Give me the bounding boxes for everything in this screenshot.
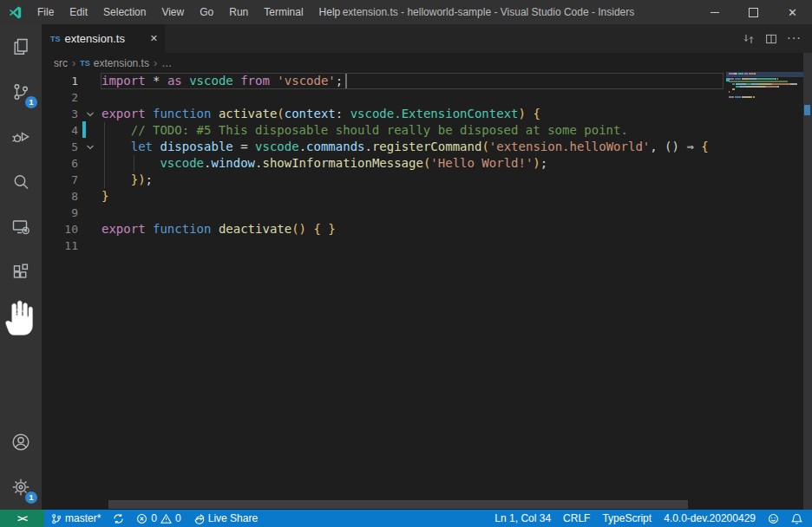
- activity-item-accounts[interactable]: [0, 420, 42, 465]
- status-eol-indicator[interactable]: CRLF: [557, 510, 596, 527]
- vertical-scrollbar[interactable]: [803, 53, 812, 510]
- vscode-window: FileEditSelectionViewGoRunTerminalHelp e…: [0, 0, 812, 527]
- activity-item-search[interactable]: [0, 159, 42, 205]
- code-text: }: [102, 188, 812, 205]
- activity-bar: 11: [0, 24, 42, 510]
- line-number: 8: [42, 188, 78, 205]
- minimap-line: [753, 96, 756, 98]
- line-number: 7: [42, 172, 78, 188]
- tab-strip: TS extension.ts ✕ ···: [42, 24, 812, 53]
- open-changes-icon[interactable]: [742, 32, 756, 46]
- minimap-line: [777, 78, 778, 80]
- extensions-icon: [10, 262, 31, 283]
- minimap[interactable]: [726, 73, 803, 510]
- line-number: 11: [42, 237, 78, 254]
- window-title: extension.ts - helloworld-sample - Visua…: [286, 6, 691, 18]
- activity-item-explorer[interactable]: [0, 24, 42, 69]
- typescript-file-icon: TS: [50, 35, 61, 43]
- fold-chevron-icon[interactable]: [78, 106, 102, 122]
- maximize-icon: [749, 8, 758, 17]
- breadcrumb-separator-icon: ›: [70, 56, 77, 69]
- sync-icon: [113, 513, 124, 524]
- share-icon: [193, 513, 205, 524]
- code-line-9: 9: [42, 205, 812, 221]
- status-text: 0: [175, 512, 181, 524]
- minimap-line: [744, 73, 748, 75]
- status-language-mode[interactable]: TypeScript: [596, 510, 658, 527]
- menu-go[interactable]: Go: [192, 0, 221, 24]
- status-live-share-status[interactable]: Live Share: [187, 510, 264, 527]
- close-button[interactable]: ✕: [773, 0, 812, 24]
- fold-gutter: [78, 155, 102, 172]
- fold-gutter: [78, 221, 102, 237]
- activity-item-settings[interactable]: 1: [0, 465, 42, 510]
- fold-gutter: [78, 205, 102, 221]
- activity-item-run-debug[interactable]: [0, 114, 42, 159]
- line-number: 5: [42, 139, 78, 155]
- breadcrumb-label: …: [161, 57, 172, 69]
- menu-file[interactable]: File: [29, 0, 62, 24]
- line-number: 2: [42, 89, 78, 106]
- status-problems-status[interactable]: 00: [130, 510, 187, 527]
- activity-item-remote-explorer[interactable]: [0, 205, 42, 250]
- code-line-8: 8}: [42, 188, 812, 205]
- typescript-file-icon: TS: [80, 59, 90, 68]
- horizontal-scrollbar[interactable]: [108, 500, 688, 509]
- line-number: 6: [42, 155, 78, 172]
- minimap-line: [737, 73, 738, 75]
- minimap-line: [750, 78, 756, 80]
- window-controls: ✕: [695, 0, 812, 24]
- minimap-line: [736, 83, 744, 85]
- code-line-11: 11: [42, 237, 812, 254]
- activity-item-source-control[interactable]: 1: [0, 69, 42, 114]
- minimap-line: [755, 73, 756, 75]
- activity-item-extensions[interactable]: [0, 250, 42, 295]
- fold-gutter: [78, 73, 102, 89]
- status-sync-status[interactable]: [107, 510, 130, 527]
- code-line-6: 6 vscode.window.showInformationMessage('…: [42, 155, 812, 172]
- menu-view[interactable]: View: [154, 0, 192, 24]
- code-text: export function deactivate() { }: [102, 221, 812, 237]
- code-line-10: 10export function deactivate() { }: [42, 221, 812, 237]
- fold-chevron-icon[interactable]: [78, 139, 102, 155]
- branch-icon: [50, 513, 62, 524]
- code-editor[interactable]: 1import * as vscode from 'vscode';23expo…: [42, 73, 812, 510]
- menu-run[interactable]: Run: [221, 0, 256, 24]
- status-text: 0: [151, 512, 157, 524]
- overview-ruler-marker: [804, 105, 810, 115]
- minimap-line: [729, 78, 734, 80]
- breadcrumb-item-src[interactable]: src: [54, 57, 68, 69]
- status-feedback[interactable]: [762, 510, 785, 527]
- minimize-button[interactable]: [695, 0, 734, 24]
- breadcrumb-label: extension.ts: [94, 57, 149, 69]
- menu-selection[interactable]: Selection: [95, 0, 154, 24]
- status-text: CRLF: [563, 512, 590, 524]
- files-icon: [10, 36, 31, 57]
- code-line-7: 7 });: [42, 172, 812, 188]
- status-branch-status[interactable]: master*: [44, 510, 107, 527]
- code-line-2: 2: [42, 89, 812, 106]
- status-text: master*: [65, 512, 101, 524]
- minimap-line: [735, 96, 742, 98]
- close-icon: ✕: [788, 7, 797, 18]
- status-bar: ><master*00Live Share Ln 1, Col 34CRLFTy…: [0, 510, 812, 527]
- breadcrumb-item-extensionts[interactable]: TSextension.ts: [80, 57, 149, 69]
- status-notifications[interactable]: [785, 510, 809, 527]
- split-editor-icon[interactable]: [764, 32, 778, 46]
- breadcrumb-label: src: [54, 57, 68, 69]
- maximize-button[interactable]: [734, 0, 773, 24]
- tab-close-icon[interactable]: ✕: [150, 33, 158, 44]
- code-text: vscode.window.showInformationMessage('He…: [102, 155, 812, 172]
- minimap-line: [752, 83, 759, 85]
- more-actions-icon[interactable]: ···: [787, 31, 802, 47]
- feedback-icon: [768, 513, 779, 524]
- status-text: Ln 1, Col 34: [494, 512, 551, 524]
- breadcrumb-item-more[interactable]: …: [161, 57, 172, 69]
- badge-source-control: 1: [25, 96, 37, 108]
- tab-extension-ts[interactable]: TS extension.ts ✕: [42, 24, 165, 53]
- activity-item-live-share[interactable]: [0, 295, 42, 340]
- menu-edit[interactable]: Edit: [62, 0, 95, 24]
- status-cursor-position[interactable]: Ln 1, Col 34: [488, 510, 557, 527]
- status-remote-indicator[interactable]: ><: [0, 510, 44, 527]
- minimap-line: [756, 78, 776, 80]
